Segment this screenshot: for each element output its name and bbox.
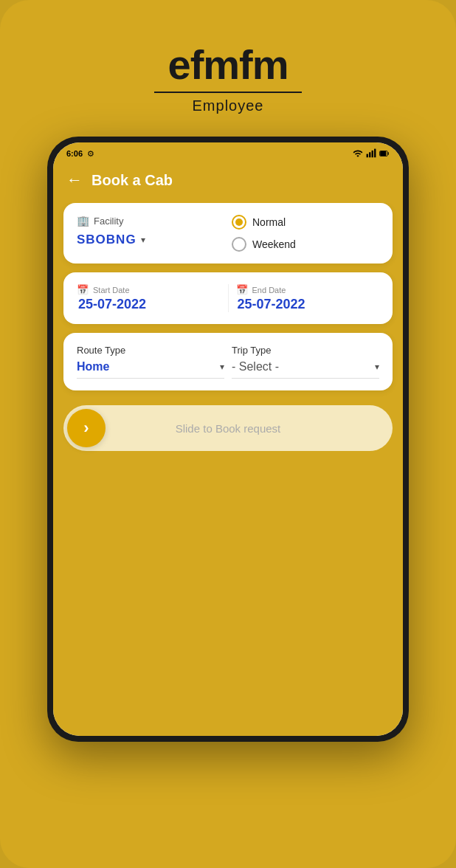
radio-weekend-label: Weekend [252,238,296,250]
route-type-section: Route Type Home ▾ [77,345,224,379]
facility-icon: 🏢 [77,215,89,227]
radio-normal-label: Normal [252,216,286,228]
brand-underline [154,92,302,93]
facility-dropdown[interactable]: SBOBNG ▾ [77,232,224,247]
status-icons [353,148,390,159]
trip-type-label: Trip Type [232,345,379,356]
svg-rect-1 [369,152,370,157]
content-area: 🏢 Facility SBOBNG ▾ No [53,203,403,736]
phone-screen: 6:06 ⚙ [53,142,403,736]
svg-rect-3 [374,149,376,158]
date-divider [228,284,229,312]
wifi-icon [353,148,363,159]
app-background: efmfm Employee 6:06 ⚙ [0,0,456,868]
svg-rect-5 [380,151,386,156]
page-title: Book a Cab [91,172,173,189]
end-date-label-row: 📅 End Date [236,284,380,295]
radio-normal-outer [232,215,246,230]
end-date-value[interactable]: 25-07-2022 [236,297,380,312]
route-type-dropdown[interactable]: Home ▾ [77,360,224,379]
radio-normal-inner [235,218,243,226]
brand-subtitle: Employee [193,97,264,114]
start-date-label-row: 📅 Start Date [77,284,221,295]
start-cal-icon: 📅 [77,284,89,295]
facility-left: 🏢 Facility SBOBNG ▾ [77,215,224,252]
signal-icon [366,148,376,159]
trip-type-section: Trip Type - Select - ▾ [232,345,379,379]
brand-section: efmfm Employee [154,0,302,137]
facility-label-row: 🏢 Facility [77,215,224,227]
route-type-value: Home [77,360,109,373]
battery-icon [379,148,390,159]
svg-rect-2 [372,151,373,157]
brand-name: efmfm [167,44,288,86]
end-date-section: 📅 End Date 25-07-2022 [236,284,380,312]
start-date-value[interactable]: 25-07-2022 [77,297,221,312]
phone-frame: 6:06 ⚙ [47,137,409,742]
back-button[interactable]: ← [66,170,83,190]
slide-arrow-icon: › [83,418,89,438]
trip-type-value: - Select - [232,360,279,373]
facility-right: Normal Weekend [224,215,379,252]
start-date-section: 📅 Start Date 25-07-2022 [77,284,221,312]
end-cal-icon: 📅 [236,284,248,295]
date-card: 📅 Start Date 25-07-2022 📅 End Date 25-07… [63,272,393,324]
route-type-label: Route Type [77,345,224,356]
route-row: Route Type Home ▾ Trip Type - Select - ▾ [77,345,379,379]
route-card: Route Type Home ▾ Trip Type - Select - ▾ [63,333,393,390]
gear-icon: ⚙ [87,149,94,159]
trip-type-arrow: ▾ [375,362,379,372]
slide-text: Slide to Book request [106,422,389,435]
radio-weekend-outer [232,237,246,252]
facility-card: 🏢 Facility SBOBNG ▾ No [63,203,393,264]
radio-normal[interactable]: Normal [232,215,379,230]
facility-dropdown-arrow: ▾ [141,235,145,245]
radio-weekend[interactable]: Weekend [232,237,379,252]
status-bar: 6:06 ⚙ [53,142,403,163]
facility-label: Facility [94,216,123,227]
trip-type-dropdown[interactable]: - Select - ▾ [232,360,379,379]
slide-to-book[interactable]: › Slide to Book request [63,405,393,451]
end-date-label: End Date [252,286,286,294]
svg-rect-0 [367,154,368,158]
slide-circle: › [67,409,106,447]
route-type-arrow: ▾ [220,362,224,372]
status-time: 6:06 [66,149,83,158]
start-date-label: Start Date [93,286,130,294]
facility-value: SBOBNG [77,232,137,247]
top-bar: ← Book a Cab [53,163,403,203]
